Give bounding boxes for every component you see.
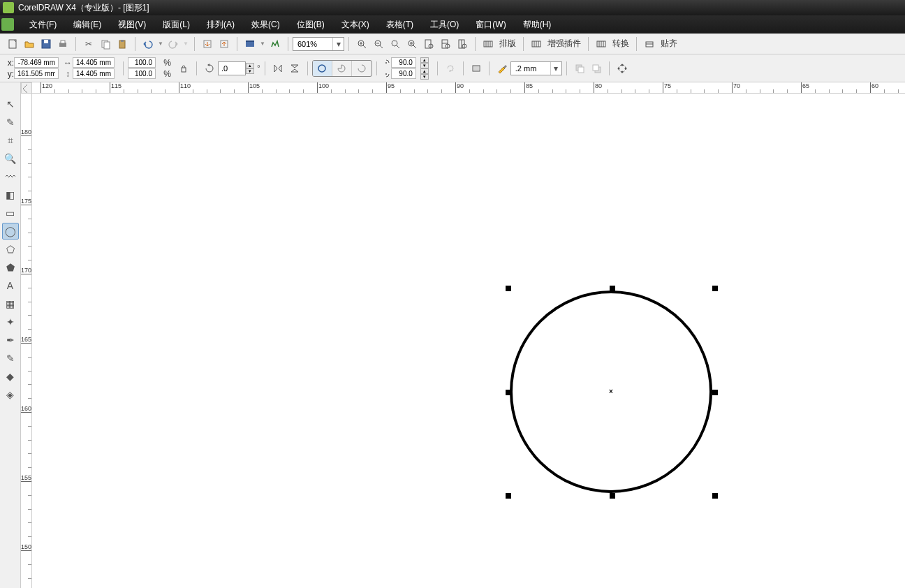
menu-item-1[interactable]: 编辑(E) (65, 16, 110, 34)
snap-button-2[interactable] (528, 36, 545, 52)
redo-button[interactable] (165, 36, 182, 52)
welcome-button[interactable] (267, 36, 284, 52)
selection-handle[interactable] (712, 493, 718, 499)
menu-item-8[interactable]: 表格(T) (378, 16, 422, 34)
vertical-ruler[interactable]: 180175170165160155150 (21, 94, 32, 588)
selection-handle[interactable] (506, 390, 511, 395)
menu-item-3[interactable]: 版面(L) (154, 16, 198, 34)
selection-handle[interactable] (610, 493, 615, 499)
zoom-out-button[interactable] (370, 36, 387, 52)
table-tool-icon[interactable]: ▦ (2, 295, 19, 312)
zoom-all-button[interactable] (404, 36, 420, 52)
menu-item-7[interactable]: 文本(X) (333, 16, 378, 34)
ruler-origin[interactable] (21, 82, 32, 94)
chevron-down-icon[interactable]: ▾ (332, 38, 344, 50)
new-button[interactable] (4, 36, 21, 52)
snap-button-3[interactable] (593, 36, 610, 52)
rectangle-tool-icon[interactable]: ▭ (2, 205, 19, 221)
outline-tool-icon[interactable]: ✎ (2, 350, 19, 367)
zoom-in-button[interactable] (353, 36, 370, 52)
cut-button[interactable]: ✂ (80, 36, 97, 52)
arc-direction-button[interactable] (442, 60, 459, 77)
smart-fill-icon[interactable]: ◧ (2, 186, 19, 203)
undo-dropdown[interactable]: ▼ (156, 36, 165, 52)
interactive-tool-icon[interactable]: ✦ (2, 314, 19, 330)
selection-handle[interactable] (712, 286, 718, 291)
menu-item-4[interactable]: 排列(A) (198, 16, 243, 34)
convert-curves-button[interactable] (614, 60, 631, 77)
mirror-v-button[interactable] (286, 60, 303, 77)
x-input[interactable] (14, 57, 59, 68)
height-input[interactable] (73, 68, 115, 79)
horizontal-ruler[interactable]: 1201151101051009590858075706560 (21, 82, 905, 94)
ellipse-full-button[interactable] (313, 61, 332, 76)
copy-button[interactable] (97, 36, 114, 52)
snap-button-4[interactable] (641, 36, 658, 52)
save-button[interactable] (38, 36, 54, 52)
rotation-spinner[interactable]: ▴▾ (246, 63, 254, 74)
to-front-button[interactable] (571, 60, 588, 77)
pick-tool-icon[interactable]: ↖ (2, 96, 19, 112)
scale-y-input[interactable] (128, 68, 156, 79)
plugins-label[interactable]: 增强插件 (547, 38, 581, 50)
zoom-width-button[interactable] (437, 36, 454, 52)
layout-label[interactable]: 排版 (499, 38, 516, 50)
menu-item-2[interactable]: 视图(V) (110, 16, 154, 34)
align-label[interactable]: 贴齐 (661, 38, 677, 50)
zoom-selection-button[interactable] (387, 36, 404, 52)
text-tool-icon[interactable]: A (2, 277, 19, 294)
redo-dropdown[interactable]: ▼ (182, 36, 190, 52)
scale-x-input[interactable] (128, 57, 156, 68)
paste-button[interactable] (114, 36, 131, 52)
width-input[interactable] (73, 57, 115, 68)
open-button[interactable] (21, 36, 38, 52)
selection-handle[interactable] (610, 286, 615, 291)
selection-handle[interactable] (506, 493, 511, 499)
basic-shapes-icon[interactable]: ⬟ (2, 259, 19, 276)
canvas[interactable]: × (32, 94, 905, 588)
menu-item-11[interactable]: 帮助(H) (515, 16, 560, 34)
zoom-height-button[interactable] (454, 36, 471, 52)
menu-item-10[interactable]: 窗口(W) (467, 16, 514, 34)
menu-item-0[interactable]: 文件(F) (21, 16, 65, 34)
ellipse-arc-button[interactable] (352, 61, 371, 76)
print-button[interactable] (54, 36, 71, 52)
arc-start-input[interactable] (391, 57, 416, 68)
rotation-input[interactable] (218, 61, 246, 75)
shape-tool-icon[interactable]: ✎ (2, 114, 19, 131)
zoom-tool-icon[interactable]: 🔍 (2, 150, 19, 167)
mirror-h-button[interactable] (270, 60, 286, 77)
eyedropper-tool-icon[interactable]: ✒ (2, 332, 19, 348)
export-button[interactable] (216, 36, 233, 52)
wrap-text-button[interactable] (468, 60, 485, 77)
ellipse-tool-icon[interactable]: ◯ (2, 223, 19, 240)
undo-button[interactable] (140, 36, 156, 52)
import-button[interactable] (199, 36, 216, 52)
interactive-fill-icon[interactable]: ◈ (2, 386, 19, 403)
menu-item-9[interactable]: 工具(O) (422, 16, 467, 34)
outline-width-input[interactable] (511, 64, 550, 73)
selection-center[interactable]: × (609, 388, 613, 395)
menu-item-5[interactable]: 效果(C) (243, 16, 288, 34)
menu-item-6[interactable]: 位图(B) (288, 16, 333, 34)
snap-button-1[interactable] (480, 36, 496, 52)
app-launcher-button[interactable] (242, 36, 258, 52)
to-back-button[interactable] (588, 60, 605, 77)
arc-spinner[interactable]: ▴▾ ▴▾ (420, 57, 429, 80)
outline-width-dropdown[interactable]: ▾ (510, 61, 562, 75)
selection-handle[interactable] (506, 286, 511, 291)
lock-ratio-button[interactable] (175, 60, 192, 77)
app-launcher-dropdown[interactable]: ▼ (258, 36, 267, 52)
ellipse-pie-button[interactable] (332, 61, 352, 76)
chevron-down-icon[interactable]: ▾ (550, 62, 561, 75)
zoom-page-button[interactable] (420, 36, 437, 52)
selection-handle[interactable] (712, 390, 718, 395)
zoom-input[interactable] (293, 40, 332, 48)
convert-label[interactable]: 转换 (612, 38, 629, 50)
zoom-dropdown[interactable]: ▾ (293, 37, 344, 51)
fill-tool-icon[interactable]: ◆ (2, 368, 19, 385)
arc-end-input[interactable] (391, 68, 416, 79)
crop-tool-icon[interactable]: ⌗ (2, 132, 19, 149)
polygon-tool-icon[interactable]: ⬠ (2, 241, 19, 258)
freehand-tool-icon[interactable]: 〰 (2, 168, 19, 185)
